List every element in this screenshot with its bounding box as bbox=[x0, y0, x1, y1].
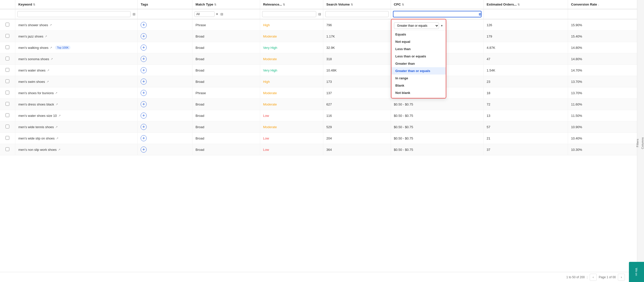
matchtype-sort-icon[interactable]: ⇅ bbox=[214, 3, 216, 6]
conversion-cell: 14.80% bbox=[568, 53, 644, 65]
add-tag-button[interactable]: + bbox=[141, 56, 147, 62]
cpc-option-blank[interactable]: Blank bbox=[391, 82, 446, 89]
keyword-link[interactable]: men's shoes for bunions ↗ bbox=[18, 91, 134, 95]
add-tag-button[interactable]: + bbox=[141, 135, 147, 141]
cpc-option-not-equal[interactable]: Not equal bbox=[391, 38, 446, 45]
conversion-cell: 14.70% bbox=[568, 65, 644, 76]
keyword-link[interactable]: men's sonoma shoes ↗ bbox=[18, 57, 134, 61]
add-tag-button[interactable]: + bbox=[141, 147, 147, 153]
estimated-value: 1.54K bbox=[487, 68, 495, 72]
cpc-equals-select[interactable]: Equals Not equal Less than Less than or … bbox=[394, 22, 439, 29]
cpc-option-in-range[interactable]: In range bbox=[391, 75, 446, 82]
row-checkbox-cell bbox=[0, 65, 15, 76]
add-tag-button[interactable]: + bbox=[141, 45, 147, 51]
cpc-sort-icon[interactable]: ⇅ bbox=[402, 3, 404, 6]
keyword-filter-input[interactable] bbox=[17, 11, 131, 17]
cpc-option-greater-than-equals[interactable]: Greater than or equals bbox=[391, 67, 446, 75]
external-link-icon[interactable]: ↗ bbox=[58, 148, 60, 151]
cpc-option-greater-than[interactable]: Greater than bbox=[391, 60, 446, 67]
row-checkbox[interactable] bbox=[6, 125, 9, 128]
row-checkbox[interactable] bbox=[6, 34, 9, 38]
keyword-link[interactable]: men's swim shoes ↗ bbox=[18, 80, 134, 84]
cpc-equals-arrow: ▼ bbox=[440, 24, 443, 27]
filters-panel-label[interactable]: Filters bbox=[636, 138, 639, 148]
cpc-option-less-than-equals[interactable]: Less than or equals bbox=[391, 53, 446, 60]
add-tag-button[interactable]: + bbox=[141, 90, 147, 96]
row-checkbox[interactable] bbox=[6, 23, 9, 26]
keyword-link[interactable]: men's wide slip on shoes ↗ bbox=[18, 136, 134, 140]
conversion-sort-icon[interactable]: ↓ bbox=[598, 3, 599, 6]
cpc-filter-funnel-icon[interactable]: ⊟ bbox=[479, 12, 481, 16]
row-checkbox-cell bbox=[0, 99, 15, 110]
keyword-filter-cell: ⊟ bbox=[15, 9, 137, 19]
external-link-icon[interactable]: ↗ bbox=[47, 69, 49, 72]
row-checkbox[interactable] bbox=[6, 136, 9, 140]
keyword-link[interactable]: men's non slip work shoes ↗ bbox=[18, 148, 134, 152]
estimated-sort-icon[interactable]: ⇅ bbox=[517, 3, 520, 6]
external-link-icon[interactable]: ↗ bbox=[56, 103, 58, 106]
cpc-header[interactable]: CPC ⇅ bbox=[391, 0, 484, 9]
columns-panel-label[interactable]: Columns bbox=[641, 136, 644, 150]
add-tag-button[interactable]: + bbox=[141, 67, 147, 73]
matchtype-value: Broad bbox=[195, 57, 204, 61]
keyword-filter-icon[interactable]: ⊟ bbox=[133, 12, 135, 16]
keyword-link[interactable]: men's water shoes ↗ bbox=[18, 68, 134, 72]
matchtype-cell: Broad bbox=[192, 110, 260, 121]
external-link-icon[interactable]: ↗ bbox=[55, 91, 57, 95]
cpc-option-less-than[interactable]: Less than bbox=[391, 45, 446, 53]
keyword-sort-icon[interactable]: ⇅ bbox=[33, 3, 35, 6]
searchvol-cell: 529 bbox=[323, 121, 391, 133]
keyword-link[interactable]: men's jazz shoes ↗ bbox=[18, 34, 134, 38]
keyword-link[interactable]: men's walking shoes ↗ Top 100K bbox=[18, 46, 134, 50]
conversion-header[interactable]: Conversion Rate ↓ bbox=[568, 0, 644, 9]
matchtype-filter-icon[interactable]: ⊟ bbox=[220, 12, 223, 16]
next-page-button[interactable]: › bbox=[618, 274, 625, 281]
matchtype-filter-select[interactable]: All Broad Phrase Exact bbox=[194, 11, 215, 17]
relevance-filter-input[interactable] bbox=[262, 11, 316, 17]
add-tag-button[interactable]: + bbox=[141, 79, 147, 85]
keyword-link[interactable]: men's shower shoes ↗ bbox=[18, 23, 134, 27]
row-checkbox[interactable] bbox=[6, 147, 9, 151]
relevance-sort-icon[interactable]: ⇅ bbox=[283, 3, 285, 6]
matchtype-header[interactable]: Match Type ⇅ bbox=[192, 0, 260, 9]
external-link-icon[interactable]: ↗ bbox=[50, 23, 52, 27]
bottom-teal-button[interactable]: We on bbox=[629, 262, 644, 282]
row-checkbox[interactable] bbox=[6, 102, 9, 106]
add-tag-button[interactable]: + bbox=[141, 101, 147, 107]
external-link-icon[interactable]: ↗ bbox=[55, 125, 58, 129]
cpc-option-not-blank[interactable]: Not blank bbox=[391, 89, 446, 96]
relevance-header[interactable]: Relevance... ⇅ bbox=[260, 0, 323, 9]
external-link-icon[interactable]: ↗ bbox=[56, 137, 58, 140]
row-checkbox[interactable] bbox=[6, 79, 9, 83]
keyword-header[interactable]: Keyword ⇅ bbox=[15, 0, 137, 9]
searchvol-filter-input[interactable] bbox=[325, 11, 388, 17]
conversion-value: 15.90% bbox=[571, 23, 582, 27]
add-tag-button[interactable]: + bbox=[141, 124, 147, 130]
estimated-header[interactable]: Estimated Orders... ⇅ bbox=[484, 0, 568, 9]
external-link-icon[interactable]: ↗ bbox=[58, 114, 61, 117]
keyword-link[interactable]: men's water shoes size 10 ↗ bbox=[18, 114, 134, 118]
add-tag-button[interactable]: + bbox=[141, 113, 147, 119]
row-checkbox[interactable] bbox=[6, 68, 9, 72]
external-link-icon[interactable]: ↗ bbox=[51, 57, 53, 61]
external-link-icon[interactable]: ↗ bbox=[50, 46, 52, 49]
add-tag-button[interactable]: + bbox=[141, 33, 147, 39]
searchvol-sort-icon[interactable]: ⇅ bbox=[351, 3, 353, 6]
searchvol-cell: 364 bbox=[323, 144, 391, 155]
row-checkbox[interactable] bbox=[6, 45, 9, 49]
external-link-icon[interactable]: ↗ bbox=[47, 80, 49, 83]
row-checkbox[interactable] bbox=[6, 57, 9, 60]
relevance-filter-icon[interactable]: ⊟ bbox=[318, 12, 321, 16]
matchtype-value: Phrase bbox=[195, 91, 206, 95]
keyword-cell: men's dress shoes black ↗ bbox=[15, 99, 137, 110]
keyword-link[interactable]: men's wide tennis shoes ↗ bbox=[18, 125, 134, 129]
row-checkbox[interactable] bbox=[6, 113, 9, 117]
searchvol-header[interactable]: Search Volume ⇅ bbox=[323, 0, 391, 9]
external-link-icon[interactable]: ↗ bbox=[45, 35, 47, 38]
cpc-filter-input[interactable] bbox=[393, 11, 481, 17]
add-tag-button[interactable]: + bbox=[141, 22, 147, 28]
keyword-link[interactable]: men's dress shoes black ↗ bbox=[18, 102, 134, 106]
prev-page-button[interactable]: ‹ bbox=[590, 274, 597, 281]
row-checkbox[interactable] bbox=[6, 91, 9, 94]
cpc-option-equals[interactable]: Equals bbox=[391, 31, 446, 38]
